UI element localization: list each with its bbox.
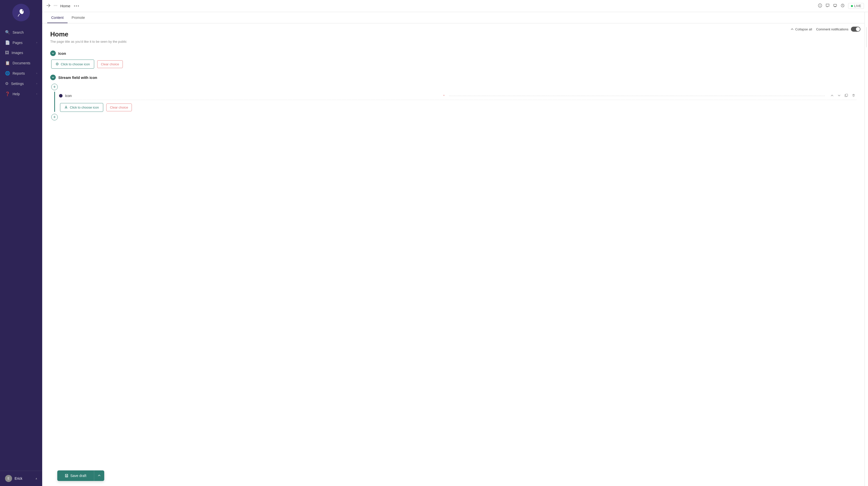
- sidebar-label-reports: Reports: [12, 71, 34, 75]
- stream-section-toggle[interactable]: [50, 74, 56, 80]
- help-icon: ❓: [5, 91, 10, 96]
- editor-panel: Content Promote Collapse all Comment not…: [42, 12, 865, 486]
- live-dot: [851, 5, 853, 7]
- comment-icon[interactable]: [826, 3, 830, 8]
- sidebar-user[interactable]: E Erick ∧: [0, 471, 42, 486]
- sidebar-item-settings[interactable]: ⚙ Settings ›: [0, 79, 42, 89]
- stream-clear-choice-button[interactable]: Clear choice: [106, 103, 132, 111]
- topbar-more-icon[interactable]: •••: [74, 4, 80, 8]
- documents-icon: 📋: [5, 61, 10, 65]
- tab-promote[interactable]: Promote: [68, 12, 89, 23]
- svg-rect-13: [66, 476, 67, 477]
- help-chevron: ›: [36, 92, 37, 95]
- sidebar-label-search: Search: [12, 30, 37, 34]
- sidebar-item-pages[interactable]: 📄 Pages ›: [0, 37, 42, 48]
- stream-block-icon-field: Click to choose icon Clear choice: [60, 103, 857, 112]
- stream-block-header: Icon *: [59, 92, 857, 100]
- sidebar-item-images[interactable]: 🖼 Images: [0, 48, 42, 58]
- block-actions: [829, 93, 857, 98]
- download-icon: [64, 105, 68, 110]
- tab-content[interactable]: Content: [47, 12, 68, 23]
- sidebar-item-reports[interactable]: 🌐 Reports ›: [0, 68, 42, 79]
- clear-choice-button[interactable]: Clear choice: [97, 60, 123, 68]
- icon-section-toggle[interactable]: [50, 51, 56, 56]
- clear-choice-label: Clear choice: [101, 62, 119, 66]
- svg-rect-8: [834, 4, 837, 6]
- stream-choose-icon-button[interactable]: Click to choose icon: [60, 103, 103, 112]
- sidebar-logo: [0, 0, 42, 25]
- save-draft-button[interactable]: Save draft: [57, 470, 94, 481]
- svg-point-2: [22, 10, 23, 11]
- topbar-actions: LIVE: [818, 3, 864, 9]
- block-move-down-button[interactable]: [836, 93, 842, 98]
- user-avatar: E: [5, 475, 12, 482]
- choose-icon-label: Click to choose icon: [61, 62, 90, 66]
- icon-section-header: Icon: [50, 51, 857, 56]
- tabs-bar: Content Promote: [42, 12, 865, 23]
- sidebar-label-images: Images: [11, 51, 37, 55]
- pages-icon: 📄: [5, 40, 10, 45]
- stream-clear-choice-label: Clear choice: [110, 105, 128, 109]
- content-area: Content Promote Collapse all Comment not…: [42, 12, 868, 486]
- pages-chevron: ›: [36, 41, 37, 44]
- add-block-bottom-button[interactable]: +: [51, 114, 58, 120]
- sidebar-label-help: Help: [12, 92, 34, 96]
- page-subtitle: The page title as you'd like it to be se…: [50, 40, 857, 43]
- settings-chevron: ›: [36, 82, 37, 85]
- svg-rect-11: [846, 94, 848, 96]
- sidebar-label-pages: Pages: [12, 41, 34, 45]
- main-area: Home •••: [42, 0, 868, 486]
- choose-icon-button[interactable]: ⚙ Click to choose icon: [51, 60, 94, 69]
- topbar: Home •••: [42, 0, 868, 12]
- collapse-all-label: Collapse all: [795, 27, 812, 31]
- sidebar-label-documents: Documents: [12, 61, 37, 65]
- sidebar-item-documents[interactable]: 📋 Documents: [0, 58, 42, 68]
- add-block-top-button[interactable]: +: [51, 84, 58, 90]
- sidebar-item-search[interactable]: 🔍 Search: [0, 27, 42, 37]
- topbar-forward-icon[interactable]: [53, 4, 58, 8]
- svg-point-4: [55, 5, 56, 6]
- svg-point-3: [54, 5, 55, 6]
- block-duplicate-button[interactable]: [843, 93, 849, 98]
- block-label: Icon: [65, 94, 441, 98]
- sidebar-navigation: 🔍 Search 📄 Pages › 🖼 Images 📋 Documents …: [0, 25, 42, 471]
- gear-icon: ⚙: [56, 62, 59, 66]
- icon-section-title: Icon: [58, 51, 66, 56]
- device-icon[interactable]: [833, 3, 837, 8]
- icon-field: ⚙ Click to choose icon Clear choice: [51, 60, 857, 69]
- comment-notifications-toggle[interactable]: [851, 27, 861, 32]
- history-icon[interactable]: [841, 3, 845, 8]
- page-title-heading: Home: [50, 30, 857, 38]
- right-panel: [865, 12, 868, 486]
- live-label: LIVE: [854, 4, 861, 8]
- search-icon: 🔍: [5, 30, 10, 35]
- stream-section: Stream field with icon + Icon *: [50, 74, 857, 120]
- block-dot: [59, 94, 63, 97]
- block-delete-button[interactable]: [851, 93, 857, 98]
- collapse-all-button[interactable]: Collapse all: [790, 27, 812, 31]
- stream-choose-icon-label: Click to choose icon: [70, 105, 99, 109]
- reports-chevron: ›: [36, 72, 37, 74]
- logo-icon: [12, 4, 30, 21]
- block-move-up-button[interactable]: [829, 93, 835, 98]
- sidebar-item-help[interactable]: ❓ Help ›: [0, 89, 42, 99]
- info-icon[interactable]: [818, 3, 822, 8]
- save-expand-button[interactable]: [94, 470, 104, 481]
- svg-point-7: [820, 4, 820, 5]
- images-icon: 🖼: [5, 51, 9, 55]
- user-name: Erick: [14, 477, 33, 481]
- stream-section-title: Stream field with icon: [58, 75, 97, 80]
- topbar-title: Home: [60, 4, 70, 8]
- user-expand-icon: ∧: [35, 477, 37, 480]
- live-button[interactable]: LIVE: [848, 3, 864, 9]
- save-draft-label: Save draft: [70, 474, 86, 478]
- topbar-back-icon[interactable]: [46, 4, 51, 8]
- reports-icon: 🌐: [5, 71, 10, 75]
- stream-block: Icon *: [54, 92, 857, 112]
- editor-content: Home The page title as you'd like it to …: [42, 23, 865, 133]
- sidebar: 🔍 Search 📄 Pages › 🖼 Images 📋 Documents …: [0, 0, 42, 486]
- comment-notifications-label: Comment notifications: [816, 27, 848, 31]
- svg-point-5: [56, 5, 57, 6]
- scroll-indicator: [866, 27, 867, 47]
- stream-section-header: Stream field with icon: [50, 74, 857, 80]
